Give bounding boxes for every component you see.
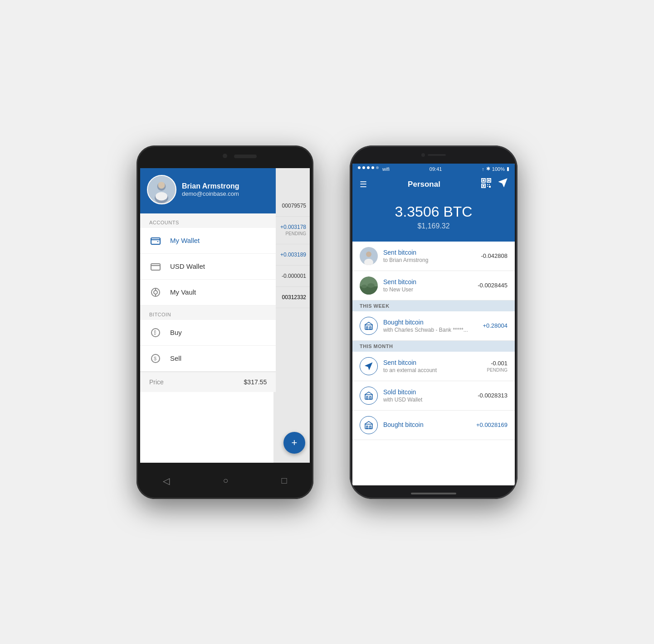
svg-rect-18 <box>488 179 490 181</box>
ios-tx-info-month-2: Bought bitcoin <box>383 421 471 429</box>
drawer-item-my-vault[interactable]: My Vault <box>140 280 276 305</box>
ios-tx-title-month-1: Sold bitcoin <box>383 388 472 396</box>
svg-point-28 <box>366 252 371 257</box>
ios-tx-info-0: Sent bitcoin to Brian Armstrong <box>383 249 475 263</box>
svg-point-32 <box>361 285 367 288</box>
ios-home-indicator[interactable] <box>411 493 456 494</box>
ios-right-status: ↑ ✱ 100% ▮ <box>482 166 509 172</box>
svg-text:$: $ <box>154 356 156 361</box>
ios-phone: wifi 09:41 ↑ ✱ 100% ▮ ☰ Personal <box>350 145 517 499</box>
drawer-item-my-wallet[interactable]: My Wallet <box>140 228 276 254</box>
ios-tx-bank-icon-1 <box>360 387 378 405</box>
peek-amount-5: 00312332 <box>282 294 306 300</box>
svg-rect-36 <box>370 327 371 329</box>
back-icon[interactable]: ◁ <box>163 475 170 486</box>
svg-rect-20 <box>483 185 484 187</box>
vault-icon <box>149 286 162 299</box>
svg-text:₿: ₿ <box>154 330 156 335</box>
ios-tx-item-month-0[interactable]: Sent bitcoin to an external account -0.0… <box>352 352 515 381</box>
ios-tx-item-1[interactable]: Sent bitcoin to New User -0.0028445 <box>352 271 515 300</box>
buy-bitcoin-icon: ₿ <box>149 326 162 339</box>
hamburger-menu-icon[interactable]: ☰ <box>360 179 367 189</box>
location-icon: ↑ <box>482 166 484 172</box>
android-drawer-footer: Price $317.55 <box>140 372 276 392</box>
home-icon[interactable]: ○ <box>223 475 228 486</box>
fab-add-button[interactable]: + <box>283 432 305 454</box>
ios-tx-pending-month-0: PENDING <box>487 368 508 373</box>
ios-speaker-bar <box>428 154 446 156</box>
ios-section-this-month: THIS MONTH <box>352 341 515 352</box>
drawer-label-my-vault: My Vault <box>170 288 196 296</box>
ios-tx-amount-col-week-0: +0.28004 <box>483 322 508 329</box>
ios-tx-title-month-0: Sent bitcoin <box>383 359 481 366</box>
peek-amount-1: 00079575 <box>282 203 306 209</box>
svg-rect-24 <box>489 186 491 188</box>
bluetooth-icon: ✱ <box>486 166 490 172</box>
peek-item-2: +0.003178 PENDING <box>273 217 310 244</box>
ios-camera-dot <box>421 153 425 157</box>
ios-tx-amount-week-0: +0.28004 <box>483 322 508 329</box>
ios-tx-item-week-0[interactable]: Bought bitcoin with Charles Schwab - Ban… <box>352 311 515 341</box>
drawer-item-sell[interactable]: $ Sell <box>140 346 276 372</box>
svg-marker-26 <box>499 179 507 186</box>
peek-item-4: -0.000001 <box>273 266 310 287</box>
wifi-icon: wifi <box>382 166 390 172</box>
ios-tx-info-week-0: Bought bitcoin with Charles Schwab - Ban… <box>383 319 477 333</box>
ios-tx-amount-month-1: -0.0028313 <box>478 392 508 399</box>
peek-amount-2: +0.003178 <box>280 224 306 230</box>
ios-tx-info-1: Sent bitcoin to New User <box>383 278 472 293</box>
ios-tx-item-0[interactable]: Sent bitcoin to Brian Armstrong -0.04280… <box>352 242 515 271</box>
ios-tx-avatar-1 <box>360 276 378 295</box>
ios-camera-area <box>415 152 452 158</box>
dot-2 <box>362 166 365 169</box>
svg-rect-6 <box>151 264 160 270</box>
recents-icon[interactable]: □ <box>281 475 287 486</box>
ios-balance-section: 3.3506 BTC $1,169.32 <box>352 194 515 242</box>
svg-rect-43 <box>366 426 368 429</box>
svg-point-4 <box>156 192 167 200</box>
ios-tx-subtitle-month-1: with USD Wallet <box>383 397 472 403</box>
drawer-item-usd-wallet[interactable]: USD Wallet <box>140 254 276 280</box>
svg-rect-23 <box>487 186 488 187</box>
svg-point-33 <box>367 283 375 288</box>
send-icon[interactable] <box>498 178 508 190</box>
ios-tx-amount-col-month-1: -0.0028313 <box>478 392 508 399</box>
ios-tx-subtitle-1: to New User <box>383 286 472 293</box>
peek-pending-2: PENDING <box>285 231 306 236</box>
svg-rect-35 <box>366 327 368 329</box>
android-user-email: demo@coinbase.com <box>182 190 239 197</box>
drawer-label-my-wallet: My Wallet <box>170 237 200 244</box>
drawer-item-buy[interactable]: ₿ Buy <box>140 320 276 346</box>
qr-code-icon[interactable] <box>481 178 491 190</box>
android-phone: ▼ △ ▮ 4:56 00079575 +0.003178 PENDING +0… <box>137 145 313 499</box>
peek-amount-3: +0.003189 <box>280 252 306 258</box>
dot-1 <box>358 166 361 169</box>
ios-tx-amount-col-0: -0.042808 <box>481 252 508 259</box>
ios-tx-bank-icon-0 <box>360 317 378 335</box>
wallet-icon <box>149 234 162 247</box>
svg-point-8 <box>154 291 157 294</box>
svg-rect-41 <box>370 397 371 399</box>
ios-tx-amount-col-month-2: +0.0028169 <box>476 421 508 428</box>
dot-4 <box>371 166 374 169</box>
battery-icon: ▮ <box>507 166 509 172</box>
ios-tx-item-month-1[interactable]: Sold bitcoin with USD Wallet -0.0028313 <box>352 381 515 411</box>
scene: ▼ △ ▮ 4:56 00079575 +0.003178 PENDING +0… <box>118 127 536 517</box>
battery-text: 100% <box>492 166 505 172</box>
svg-rect-40 <box>366 397 368 399</box>
android-user-avatar <box>147 175 176 204</box>
ios-tx-item-month-2[interactable]: Bought bitcoin +0.0028169 <box>352 411 515 440</box>
ios-tx-info-month-0: Sent bitcoin to an external account <box>383 359 481 373</box>
dot-5 <box>376 166 379 169</box>
android-speaker <box>234 155 257 158</box>
svg-rect-5 <box>151 238 160 244</box>
svg-rect-16 <box>483 179 484 181</box>
ios-tx-subtitle-week-0: with Charles Schwab - Bank *****... <box>383 327 477 333</box>
svg-rect-44 <box>370 426 371 429</box>
peek-item-3: +0.003189 <box>273 244 310 266</box>
drawer-label-usd-wallet: USD Wallet <box>170 262 205 270</box>
ios-transactions-list: Sent bitcoin to Brian Armstrong -0.04280… <box>352 242 515 440</box>
svg-rect-22 <box>489 184 490 185</box>
ios-tx-send-icon-0 <box>360 357 378 375</box>
dot-3 <box>367 166 370 169</box>
